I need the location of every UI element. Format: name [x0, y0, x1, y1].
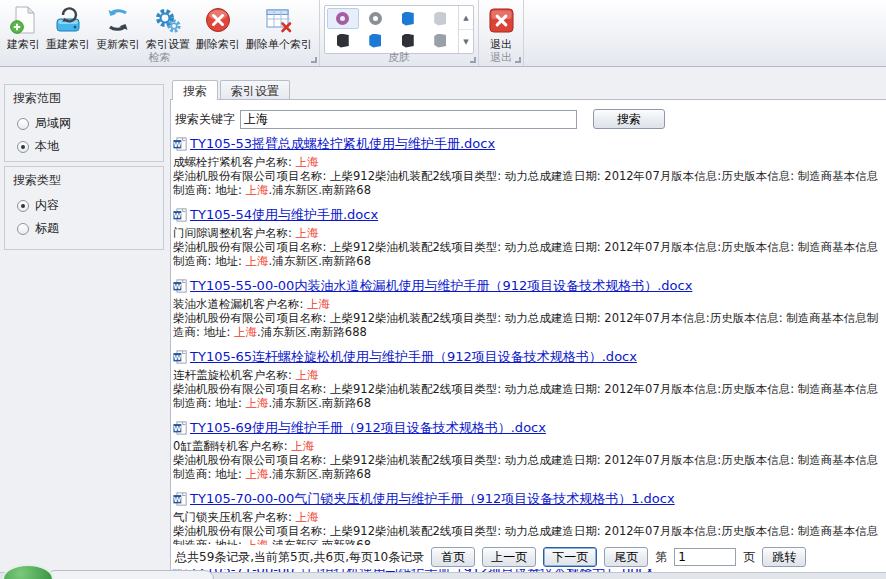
ribbon-group-exit: 退出 退出 — [479, 0, 524, 66]
theme-swatch-icon — [434, 12, 446, 26]
exit-icon — [486, 5, 516, 35]
add-index-icon — [9, 5, 39, 35]
next-page-button[interactable]: 下一页 — [543, 547, 597, 567]
keyword-highlight: 上海 — [291, 439, 314, 453]
result-item: WTY105-70-00-00气门锁夹压机使用与维护手册（912项目设备技术规格… — [173, 490, 886, 552]
update-index-button[interactable]: 更新索引 — [93, 3, 143, 54]
search-tab-content: 搜索关键字 搜索 WTY105-53摇臂总成螺栓拧紧机使用与维护手册.docx成… — [170, 99, 886, 572]
keyword-highlight: 上海 — [296, 155, 319, 169]
record-stats: 总共59条记录,当前第5页,共6页,每页10条记录 — [175, 549, 424, 566]
first-page-button[interactable]: 首页 — [431, 547, 475, 567]
index-settings-button[interactable]: 索引设置 — [143, 3, 193, 54]
result-title-link[interactable]: TY105-53摇臂总成螺栓拧紧机使用与维护手册.docx — [190, 135, 495, 153]
keyword-highlight: 上海 — [296, 368, 319, 382]
radio-icon — [17, 200, 29, 212]
keyword-highlight: 上海 — [234, 325, 257, 339]
word-doc-icon: W — [173, 279, 187, 293]
skin-option-1[interactable] — [327, 8, 359, 29]
tab-bar: 搜索 索引设置 — [170, 80, 886, 99]
radio-label: 标题 — [35, 220, 59, 237]
delete-index-button[interactable]: 删除索引 — [193, 3, 243, 54]
result-snippet: 装油水道检漏机客户名称: 上海柴油机股份有限公司项目名称: 上柴912柴油机装配… — [173, 297, 886, 339]
result-snippet: 成螺栓拧紧机客户名称: 上海柴油机股份有限公司项目名称: 上柴912柴油机装配2… — [173, 155, 886, 197]
keyword-highlight: 上海 — [246, 467, 269, 481]
tab-search[interactable]: 搜索 — [172, 80, 218, 100]
exit-button[interactable]: 退出 — [483, 3, 519, 54]
result-item: WTY105-65连杆螺栓旋松机使用与维护手册（912项目设备技术规格书）.do… — [173, 348, 886, 410]
radio-option-content[interactable]: 内容 — [5, 191, 163, 214]
theme-swatch-icon — [434, 34, 446, 48]
svg-text:W: W — [174, 283, 182, 291]
last-page-button[interactable]: 尾页 — [604, 547, 648, 567]
radio-label: 本地 — [35, 138, 59, 155]
skin-option-3[interactable] — [392, 8, 424, 29]
result-title-link[interactable]: TY105-69使用与维护手册（912项目设备技术规格书）.docx — [190, 419, 546, 437]
scroll-up-icon[interactable]: ▲ — [459, 6, 473, 29]
result-item: WTY105-54使用与维护手册.docx门间隙调整机客户名称: 上海柴油机股份… — [173, 206, 886, 268]
svg-text:W: W — [174, 354, 182, 362]
search-keyword-input[interactable] — [240, 110, 577, 129]
status-bubble[interactable] — [2, 564, 54, 579]
page-number-input[interactable] — [674, 548, 736, 566]
radio-label: 内容 — [35, 197, 59, 214]
result-item: WTY105-69使用与维护手册（912项目设备技术规格书）.docx0缸盖翻转… — [173, 419, 886, 481]
keyword-highlight: 上海 — [246, 183, 269, 197]
search-bar: 搜索关键字 搜索 — [171, 100, 886, 133]
radio-option-lan[interactable]: 局域网 — [5, 109, 163, 132]
results-list: WTY105-53摇臂总成螺栓拧紧机使用与维护手册.docx成螺栓拧紧机客户名称… — [171, 133, 886, 572]
delete-index-icon — [203, 5, 233, 35]
gallery-scrollbar: ▲ ▼ — [458, 6, 473, 53]
dialog-launcher-icon[interactable] — [311, 57, 317, 63]
jump-button[interactable]: 跳转 — [762, 547, 806, 567]
keyword-highlight: 上海 — [296, 510, 319, 524]
skin-option-2[interactable] — [360, 8, 392, 29]
word-doc-icon: W — [173, 137, 187, 151]
radio-option-title[interactable]: 标题 — [5, 214, 163, 237]
result-item: WTY105-55-00-00内装油水道检漏机使用与维护手册（912项目设备技术… — [173, 277, 886, 339]
radio-label: 局域网 — [35, 115, 71, 132]
rebuild-index-icon — [53, 5, 83, 35]
prev-page-button[interactable]: 上一页 — [482, 547, 536, 567]
word-doc-icon: W — [173, 350, 187, 364]
ribbon: 建索引 重建索引 更新索引 — [0, 0, 886, 67]
keyword-highlight: 上海 — [307, 297, 330, 311]
skin-gallery: ▲ ▼ — [324, 5, 474, 54]
rebuild-index-button[interactable]: 重建索引 — [43, 3, 93, 54]
svg-text:W: W — [174, 212, 182, 220]
result-title-link[interactable]: TY105-65连杆螺栓旋松机使用与维护手册（912项目设备技术规格书）.doc… — [190, 348, 637, 366]
result-title-link[interactable]: TY105-55-00-00内装油水道检漏机使用与维护手册（912项目设备技术规… — [190, 277, 692, 295]
search-scope-groupbox: 搜索范围 局域网 本地 — [4, 84, 164, 162]
theme-swatch-icon — [402, 12, 414, 26]
radio-option-local[interactable]: 本地 — [5, 132, 163, 155]
ribbon-group-label: 检索 — [0, 50, 319, 65]
skin-option-6[interactable] — [360, 30, 392, 51]
skin-option-4[interactable] — [425, 8, 457, 29]
taskbar-popup-fragment — [46, 570, 214, 579]
ribbon-group-label: 皮肤 — [320, 50, 478, 65]
tab-index-settings[interactable]: 索引设置 — [220, 80, 290, 99]
delete-single-index-icon — [264, 5, 294, 35]
skin-option-5[interactable] — [327, 30, 359, 51]
skin-option-7[interactable] — [392, 30, 424, 51]
theme-swatch-icon — [336, 12, 349, 25]
groupbox-title: 搜索范围 — [5, 85, 163, 109]
result-item: WTY105-53摇臂总成螺栓拧紧机使用与维护手册.docx成螺栓拧紧机客户名称… — [173, 135, 886, 197]
ribbon-group-retrieval: 建索引 重建索引 更新索引 — [0, 0, 320, 66]
search-button[interactable]: 搜索 — [593, 109, 665, 129]
create-index-button[interactable]: 建索引 — [4, 3, 43, 54]
dialog-launcher-icon[interactable] — [470, 57, 476, 63]
result-snippet: 门间隙调整机客户名称: 上海柴油机股份有限公司项目名称: 上柴912柴油机装配2… — [173, 226, 886, 268]
result-snippet: 连杆盖旋松机客户名称: 上海柴油机股份有限公司项目名称: 上柴912柴油机装配2… — [173, 368, 886, 410]
search-keyword-label: 搜索关键字 — [175, 111, 235, 128]
word-doc-icon: W — [173, 492, 187, 506]
delete-single-index-button[interactable]: 删除单个索引 — [243, 3, 315, 54]
groupbox-title: 搜索类型 — [5, 167, 163, 191]
result-title-link[interactable]: TY105-70-00-00气门锁夹压机使用与维护手册（912项目设备技术规格书… — [190, 490, 675, 508]
result-title-link[interactable]: TY105-54使用与维护手册.docx — [190, 206, 378, 224]
page-prefix-label: 第 — [655, 549, 667, 566]
search-type-groupbox: 搜索类型 内容 标题 — [4, 166, 164, 250]
dialog-launcher-icon[interactable] — [515, 57, 521, 63]
radio-icon — [17, 118, 29, 130]
theme-swatch-icon — [337, 34, 349, 48]
skin-option-8[interactable] — [425, 30, 457, 51]
